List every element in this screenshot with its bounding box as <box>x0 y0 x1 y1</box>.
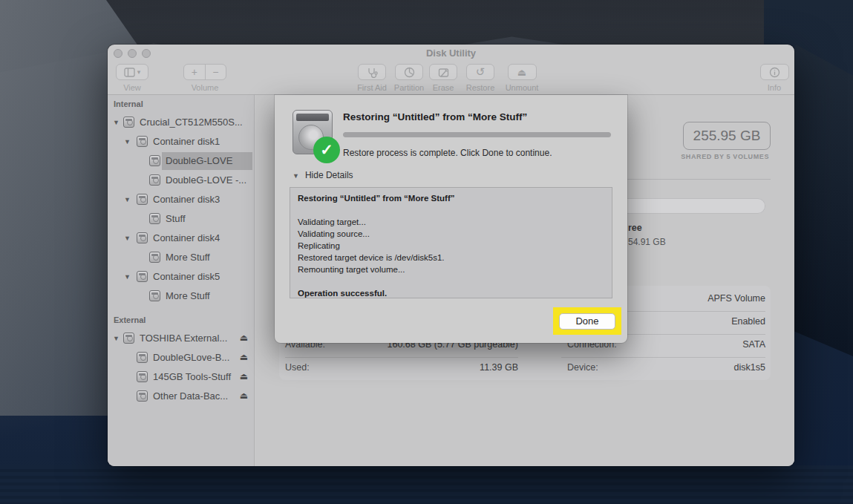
eject-icon[interactable]: ⏏ <box>240 352 248 362</box>
info-label: Device: <box>567 362 598 373</box>
eject-icon[interactable]: ⏏ <box>240 390 248 401</box>
sidebar-item-145gb-tools-stuff[interactable]: 145GB Tools-Stuff⏏ <box>108 368 254 386</box>
disclosure-triangle-icon[interactable]: ▼ <box>124 273 131 281</box>
drive-glyph <box>149 155 160 166</box>
external-drive-icon <box>137 390 148 402</box>
sidebar-item-toshiba-external[interactable]: ▼TOSHIBA External...⏏ <box>108 330 254 347</box>
internal-drive-icon <box>137 136 148 148</box>
drive-glyph <box>137 232 148 243</box>
info-label: Info <box>759 83 789 92</box>
disclosure-triangle-icon[interactable]: ▼ <box>124 196 131 203</box>
toolbar-view: ▾ View <box>112 64 152 92</box>
info-divider <box>561 357 765 358</box>
log-line: Validating target... <box>298 216 604 228</box>
legend-fragment-title: ree <box>628 223 642 233</box>
internal-drive-icon <box>137 194 148 206</box>
erase-icon <box>438 67 449 78</box>
drive-glyph <box>149 174 160 186</box>
sidebar-item-crucial-ct512m550s[interactable]: ▼Crucial_CT512M550S... <box>108 114 254 131</box>
sidebar-item-other-data-bac[interactable]: Other Data-Bac...⏏ <box>108 387 254 405</box>
internal-drive-icon <box>149 290 161 302</box>
disclosure-triangle-icon[interactable]: ▼ <box>113 335 120 342</box>
progress-fill <box>343 132 611 137</box>
sidebar-item-doubleglove-b[interactable]: DoubleGLove-B...⏏ <box>108 349 254 367</box>
sidebar-item-label: DoubleG-LOVE -... <box>166 174 246 186</box>
sidebar-item-label: Stuff <box>166 213 186 224</box>
view-button[interactable]: ▾ <box>116 64 148 80</box>
done-highlight-annotation: Done <box>553 307 621 335</box>
unmount-label: Unmount <box>504 83 540 92</box>
wallpaper-water <box>0 465 853 504</box>
internal-drive-icon <box>137 232 148 244</box>
internal-drive-icon <box>149 155 161 167</box>
disclosure-triangle-icon[interactable]: ▼ <box>124 235 131 242</box>
sidebar-section-header: External <box>114 315 146 324</box>
sidebar-item-stuff[interactable]: Stuff <box>108 210 254 228</box>
sidebar-item-label: More Stuff <box>166 252 210 263</box>
hide-details-toggle[interactable]: ▼Hide Details <box>292 170 353 180</box>
volume-segmented-control: + − <box>183 64 226 80</box>
hide-details-label: Hide Details <box>305 170 353 180</box>
sidebar-item-container-disk3[interactable]: ▼Container disk3 <box>108 191 254 209</box>
view-label: View <box>112 83 152 92</box>
restore-arrow-icon: ↺ <box>476 65 486 79</box>
toolbar-erase: Erase <box>428 64 458 92</box>
toolbar-partition: Partition <box>393 64 425 92</box>
internal-drive-icon <box>137 271 148 283</box>
disclosure-triangle-icon[interactable]: ▼ <box>124 138 131 145</box>
info-value: Enabled <box>617 316 765 327</box>
sidebar-item-label: DoubleGLove-B... <box>153 352 229 363</box>
drive-glyph <box>137 271 148 282</box>
sidebar-pane-icon <box>124 68 135 77</box>
partition-button[interactable] <box>395 64 423 80</box>
restore-button[interactable]: ↺ <box>466 64 494 80</box>
sidebar-item-label: Container disk4 <box>153 232 220 243</box>
drive-glyph <box>137 371 148 382</box>
done-button[interactable]: Done <box>559 313 615 330</box>
sidebar-item-more-stuff[interactable]: More Stuff <box>108 287 254 305</box>
first-aid-button[interactable] <box>358 64 386 80</box>
legend-fragment-value: 54.91 GB <box>628 237 666 247</box>
toolbar-restore: ↺ Restore <box>465 64 496 92</box>
drive-glyph <box>137 136 148 147</box>
info-label: Used: <box>285 362 310 373</box>
external-drive-icon <box>137 352 148 364</box>
toolbar-volume: + − Volume <box>183 64 226 92</box>
window-title: Disk Utility <box>108 48 794 59</box>
sidebar-item-doubleg-love[interactable]: DoubleG-LOVE -... <box>108 171 254 189</box>
sidebar-item-doubleg-love[interactable]: DoubleG-LOVE <box>108 152 254 170</box>
sidebar-item-label: Container disk1 <box>153 136 220 147</box>
info-button[interactable] <box>760 64 789 80</box>
unmount-button[interactable]: ⏏ <box>508 64 537 80</box>
sidebar-item-label: TOSHIBA External... <box>140 333 227 344</box>
sidebar-item-label: Container disk3 <box>153 194 220 205</box>
sidebar-item-more-stuff[interactable]: More Stuff <box>108 249 254 266</box>
info-value: disk1s5 <box>617 362 765 373</box>
success-checkmark-icon: ✓ <box>313 137 340 163</box>
remove-volume-button[interactable]: − <box>206 65 226 79</box>
details-log-box[interactable]: Restoring “Untitled” from “More Stuff” V… <box>290 187 612 298</box>
log-line: Remounting target volume... <box>298 264 604 275</box>
add-volume-button[interactable]: + <box>184 65 206 79</box>
eject-icon[interactable]: ⏏ <box>240 371 248 382</box>
erase-label: Erase <box>428 83 458 92</box>
sidebar-section-header: Internal <box>114 99 143 108</box>
disclosure-triangle-icon[interactable]: ▼ <box>113 119 120 126</box>
drive-glyph <box>149 252 160 263</box>
info-value: 11.39 GB <box>361 362 518 373</box>
sidebar-item-label: More Stuff <box>166 290 210 301</box>
drive-glyph <box>137 390 148 402</box>
external-drive-icon <box>123 333 135 344</box>
sidebar-item-container-disk4[interactable]: ▼Container disk4 <box>108 229 254 247</box>
toolbar-info: Info <box>759 64 789 92</box>
drive-glyph <box>149 213 160 224</box>
toolbar-unmount: ⏏ Unmount <box>504 64 540 92</box>
log-line: Replicating <box>298 240 604 252</box>
sheet-title: Restoring “Untitled” from “More Stuff” <box>343 111 527 122</box>
log-line: Restored target device is /dev/disk5s1. <box>298 252 604 264</box>
eject-icon[interactable]: ⏏ <box>240 333 248 343</box>
erase-button[interactable] <box>429 64 457 80</box>
sidebar-item-container-disk5[interactable]: ▼Container disk5 <box>108 268 254 286</box>
sidebar-item-container-disk1[interactable]: ▼Container disk1 <box>108 133 254 151</box>
sheet-status-text: Restore process is complete. Click Done … <box>343 148 552 158</box>
